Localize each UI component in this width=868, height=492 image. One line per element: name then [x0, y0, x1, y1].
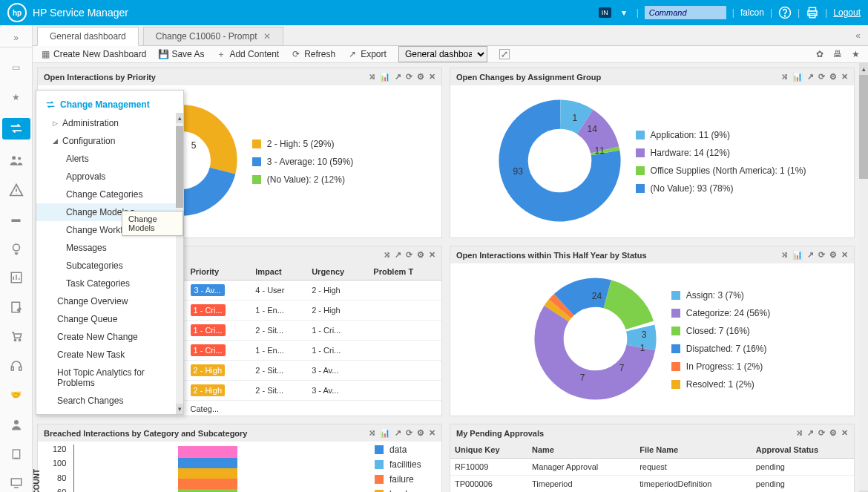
menu-item-administration[interactable]: ▷Administration	[36, 114, 183, 132]
panel-action-icon[interactable]: ✕	[841, 428, 848, 438]
tab-collapse-icon[interactable]: «	[848, 30, 868, 41]
rail-people-icon[interactable]	[7, 151, 25, 169]
refresh-button[interactable]: ⟳Refresh	[291, 49, 335, 59]
command-input[interactable]	[645, 6, 726, 19]
panel-action-icon[interactable]: ✕	[841, 250, 848, 260]
panel-action-icon[interactable]: ↗	[807, 250, 814, 260]
panel-action-icon[interactable]: ↗	[807, 72, 814, 82]
tab-change-prompt[interactable]: Change C10060 - Prompt✕	[143, 27, 283, 46]
menu-item-alerts[interactable]: Alerts	[36, 150, 183, 168]
menu-item-change-queue[interactable]: Change Queue	[36, 310, 183, 328]
menu-item-change-overview[interactable]: Change Overview	[36, 292, 183, 310]
print-icon[interactable]	[806, 6, 819, 19]
menu-item-approvals[interactable]: Approvals	[36, 168, 183, 186]
panel-action-icon[interactable]: ⤮	[369, 428, 375, 438]
menu-item-search-changes[interactable]: Search Changes	[36, 392, 183, 410]
star-icon[interactable]: ★	[850, 49, 861, 59]
approvals-table: Unique Key Name File Name Approval Statu…	[450, 442, 854, 492]
panel-action-icon[interactable]: 📊	[792, 72, 803, 82]
panel-action-icon[interactable]: ↗	[395, 250, 401, 260]
panel-action-icon[interactable]: ⤮	[796, 428, 803, 438]
export-button[interactable]: ↗Export	[347, 49, 387, 59]
col-problem[interactable]: Problem T	[369, 263, 441, 281]
panel-action-icon[interactable]: ✕	[429, 72, 435, 82]
content-scrollbar[interactable]: ▴▾	[859, 63, 868, 492]
table-row[interactable]: RF10009Manager Approvalrequestpending	[450, 459, 854, 476]
panel-action-icon[interactable]: ✕	[429, 250, 435, 260]
expand-select-icon[interactable]: ⤢	[499, 49, 510, 59]
menu-item-configuration[interactable]: ◢Configuration	[36, 132, 183, 150]
save-as-button[interactable]: 💾Save As	[158, 49, 204, 59]
rail-tool-icon[interactable]	[7, 474, 25, 492]
user-label[interactable]: falcon	[740, 7, 764, 18]
menu-item-messages[interactable]: Messages	[36, 239, 183, 257]
dashboard-select[interactable]: General dashboard	[398, 46, 487, 62]
panel-action-icon[interactable]: ⚙	[829, 72, 837, 82]
panel-action-icon[interactable]: ⚙	[417, 72, 424, 82]
print-icon[interactable]: 🖶	[832, 49, 843, 59]
col-priority[interactable]: Priority	[186, 263, 251, 281]
gear-icon[interactable]: ✿	[815, 49, 825, 59]
panel-action-icon[interactable]: 📊	[792, 250, 803, 260]
panel-action-icon[interactable]: ↗	[395, 428, 401, 438]
col-impact[interactable]: Impact	[251, 263, 307, 281]
rail-headset-icon[interactable]	[7, 357, 25, 375]
col-file-name[interactable]: File Name	[635, 442, 752, 459]
menu-item-task-categories[interactable]: Task Categories	[36, 275, 183, 292]
menu-item-create-new-task[interactable]: Create New Task	[36, 346, 183, 364]
dropdown-icon[interactable]: ▾	[617, 6, 631, 19]
panel-action-icon[interactable]: ⚙	[417, 250, 424, 260]
panel-action-icon[interactable]: ⤮	[781, 250, 788, 260]
rail-doc-icon[interactable]	[7, 445, 25, 463]
rail-alert-icon[interactable]	[7, 181, 25, 199]
rail-chart-icon[interactable]	[7, 269, 25, 286]
panel-action-icon[interactable]: ✕	[429, 428, 435, 438]
menu-item-create-new-change[interactable]: Create New Change	[36, 328, 183, 346]
panel-action-icon[interactable]: ⚙	[829, 250, 837, 260]
rail-edit-icon[interactable]	[7, 298, 25, 316]
rail-expand-icon[interactable]: »	[0, 30, 32, 47]
logout-link[interactable]: Logout	[833, 7, 861, 18]
panel-action-icon[interactable]: 📊	[380, 72, 390, 82]
panel-action-icon[interactable]: ⟳	[818, 428, 825, 438]
panel-action-icon[interactable]: ⟳	[818, 250, 825, 260]
menu-scrollbar[interactable]: ▴▾	[176, 113, 183, 414]
left-rail: » ▭ ★ ▬ 🤝	[0, 25, 33, 492]
col-approval-status[interactable]: Approval Status	[752, 442, 854, 459]
close-icon[interactable]: ✕	[263, 31, 271, 42]
lang-badge[interactable]: IN	[599, 7, 611, 18]
panel-action-icon[interactable]: ⤮	[781, 72, 788, 82]
table-row[interactable]: TP000006TimeperiodtimeperiodDefinitionpe…	[450, 476, 854, 493]
menu-item-hot-topic-analytics[interactable]: Hot Topic Analytics for Problems	[36, 364, 183, 392]
panel-action-icon[interactable]: ↗	[395, 72, 401, 82]
panel-action-icon[interactable]: ⚙	[417, 428, 424, 438]
panel-action-icon[interactable]: ✕	[841, 72, 848, 82]
panel-action-icon[interactable]: ⚙	[829, 428, 837, 438]
rail-bulb-icon[interactable]	[7, 240, 25, 258]
panel-action-icon[interactable]: ⟳	[406, 72, 412, 82]
col-unique-key[interactable]: Unique Key	[450, 442, 527, 459]
tab-general-dashboard[interactable]: General dashboard	[37, 27, 139, 46]
help-icon[interactable]	[778, 6, 792, 19]
panel-action-icon[interactable]: ⤮	[369, 72, 375, 82]
create-dashboard-button[interactable]: ▦Create New Dashboard	[40, 49, 146, 59]
panel-action-icon[interactable]: 📊	[380, 428, 390, 438]
rail-change-icon[interactable]	[2, 118, 30, 140]
col-name[interactable]: Name	[527, 442, 635, 459]
panel-action-icon[interactable]: ⟳	[818, 72, 825, 82]
panel-action-icon[interactable]: ⟳	[406, 428, 412, 438]
panel-action-icon[interactable]: ⤮	[384, 250, 390, 260]
rail-hands-icon[interactable]: 🤝	[7, 387, 25, 404]
add-content-button[interactable]: ＋Add Content	[216, 49, 279, 59]
panel-open-changes-group: Open Changes by Assignment Group ⤮📊↗⟳⚙✕	[450, 68, 855, 238]
rail-person-icon[interactable]	[7, 416, 25, 433]
menu-item-change-categories[interactable]: Change Categories	[36, 186, 183, 203]
rail-home-icon[interactable]: ▭	[7, 59, 25, 77]
rail-cart-icon[interactable]	[7, 328, 25, 346]
col-urgency[interactable]: Urgency	[307, 263, 369, 281]
menu-item-subcategories[interactable]: Subcategories	[36, 257, 183, 275]
panel-action-icon[interactable]: ⟳	[406, 250, 412, 260]
rail-star-icon[interactable]: ★	[7, 88, 25, 106]
panel-action-icon[interactable]: ↗	[807, 428, 814, 438]
rail-book-icon[interactable]: ▬	[7, 210, 25, 228]
